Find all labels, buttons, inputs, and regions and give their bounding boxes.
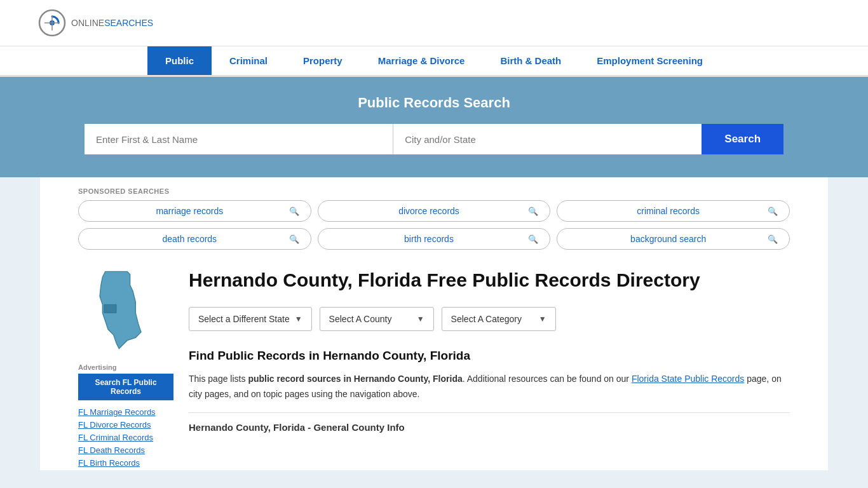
search-icon-pill-3: 🔍 [289, 234, 299, 244]
county-dropdown-chevron: ▼ [417, 315, 424, 323]
main-content: Hernando County, Florida Free Public Rec… [189, 269, 790, 433]
sidebar-link-criminal[interactable]: FL Criminal Records [78, 432, 173, 442]
search-bar: Search [85, 124, 783, 154]
location-input[interactable] [393, 124, 702, 154]
header: ONLINESEARCHES [0, 0, 868, 46]
search-icon-pill-4: 🔍 [528, 234, 538, 244]
main-nav: Public Criminal Property Marriage & Divo… [0, 46, 868, 77]
ad-button[interactable]: Search FL Public Records [78, 374, 173, 400]
state-dropdown-chevron: ▼ [295, 315, 302, 323]
sidebar-link-divorce[interactable]: FL Divorce Records [78, 419, 173, 430]
florida-map [78, 269, 154, 351]
search-icon-pill-2: 🔍 [768, 207, 778, 216]
pill-death[interactable]: death records 🔍 [78, 228, 311, 250]
logo-searches: SEARCHES [104, 18, 153, 28]
pill-divorce[interactable]: divorce records 🔍 [318, 200, 551, 222]
sidebar-links: FL Marriage Records FL Divorce Records F… [78, 407, 173, 468]
nav-criminal[interactable]: Criminal [212, 46, 285, 75]
sponsored-label: SPONSORED SEARCHES [78, 177, 790, 200]
nav-employment[interactable]: Employment Screening [579, 46, 721, 75]
pill-marriage[interactable]: marriage records 🔍 [78, 200, 311, 222]
nav-property[interactable]: Property [285, 46, 360, 75]
pill-background[interactable]: background search 🔍 [557, 228, 790, 250]
advertising-label: Advertising [78, 363, 173, 371]
nav-public[interactable]: Public [147, 46, 212, 75]
content-area: Advertising Search FL Public Records FL … [78, 262, 790, 470]
search-icon-pill-1: 🔍 [528, 207, 538, 216]
logo-online: ONLINE [71, 18, 104, 28]
logo-icon [38, 9, 66, 37]
sidebar-link-birth[interactable]: FL Birth Records [78, 458, 173, 468]
logo: ONLINESEARCHES [38, 9, 153, 37]
county-dropdown[interactable]: Select A County ▼ [320, 307, 434, 331]
hero-section: Public Records Search Search [0, 77, 868, 177]
dropdowns-row: Select a Different State ▼ Select A Coun… [189, 307, 790, 331]
search-button[interactable]: Search [702, 124, 783, 154]
sidebar-link-marriage[interactable]: FL Marriage Records [78, 407, 173, 417]
search-icon-pill-5: 🔍 [768, 234, 778, 244]
pill-birth[interactable]: birth records 🔍 [318, 228, 551, 250]
nav-marriage-divorce[interactable]: Marriage & Divorce [360, 46, 483, 75]
find-section-title: Find Public Records in Hernando County, … [189, 349, 790, 363]
sponsored-grid: marriage records 🔍 divorce records 🔍 cri… [78, 200, 790, 262]
page-title: Hernando County, Florida Free Public Rec… [189, 269, 790, 292]
hero-title: Public Records Search [38, 95, 830, 111]
sidebar-link-death[interactable]: FL Death Records [78, 445, 173, 455]
state-dropdown[interactable]: Select a Different State ▼ [189, 307, 312, 331]
category-dropdown-chevron: ▼ [539, 315, 546, 323]
sidebar: Advertising Search FL Public Records FL … [78, 269, 173, 470]
logo-text: ONLINESEARCHES [71, 18, 153, 28]
name-input[interactable] [85, 124, 393, 154]
search-icon-pill-0: 🔍 [289, 207, 299, 216]
category-dropdown[interactable]: Select A Category ▼ [442, 307, 556, 331]
nav-birth-death[interactable]: Birth & Death [482, 46, 579, 75]
state-records-link[interactable]: Florida State Public Records [632, 374, 744, 384]
pill-criminal[interactable]: criminal records 🔍 [557, 200, 790, 222]
county-info-title: Hernando County, Florida - General Count… [189, 412, 790, 433]
find-section-desc: This page lists public record sources in… [189, 372, 790, 402]
